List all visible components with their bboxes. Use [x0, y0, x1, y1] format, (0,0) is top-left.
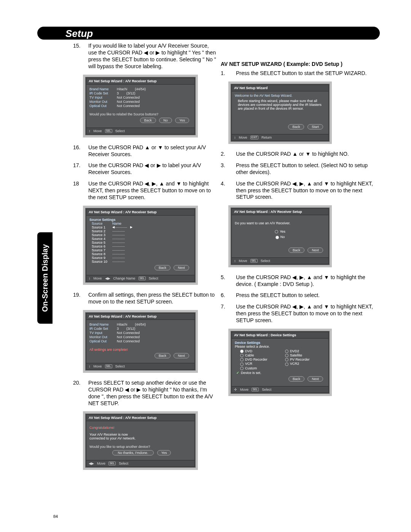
page-number: 84: [53, 514, 58, 519]
radio-icon: [276, 236, 279, 239]
osd-screenshot-device-settings: AV Net Setup Wizard : Device Settings De…: [228, 329, 332, 396]
osd-back-button[interactable]: Back: [288, 376, 304, 382]
rstep-1: 1.Press the SELECT button to start the S…: [221, 70, 375, 77]
right-header: AV NET SETUP WIZARD ( Example: DVD Setup…: [221, 61, 375, 67]
osd-title: AV Net Setup Wizard : A/V Receiver Setup: [232, 209, 328, 215]
osd-screenshot-welcome: AV Net Setup Wizard Welcome to the AV Ne…: [228, 81, 332, 144]
step-18: 18Use the CURSOR PAD ◀, ▶, ▲ and ▼ to hi…: [73, 181, 218, 201]
osd-title: AV Net Setup Wizard : A/V Receiver Setup: [86, 415, 194, 421]
osd-title: AV Net Setup Wizard : A/V Receiver Setup: [86, 313, 194, 320]
rstep-4: 4.Use the CURSOR PAD ◀, ▶, ▲ and ▼ to hi…: [221, 181, 375, 201]
osd-next-button[interactable]: Next: [174, 353, 189, 358]
step-20: 20.Press SELECT to setup another device …: [73, 380, 218, 407]
rstep-7: 7.Use the CURSOR PAD ◀, ▶, ▲ and ▼ to hi…: [221, 304, 375, 324]
osd-next-button[interactable]: Next: [307, 248, 323, 253]
osd-start-button[interactable]: Start: [307, 124, 323, 129]
osd-screenshot-use-avr: AV Net Setup Wizard : A/V Receiver Setup…: [228, 205, 332, 267]
osd-title: AV Net Setup Wizard : A/V Receiver Setup: [86, 209, 194, 216]
step-17: 17.Use the CURSOR PAD ◀ or ▶ to label yo…: [73, 162, 218, 176]
osd-screenshot-relabel: AV Net Setup Wizard : A/V Receiver Setup…: [83, 75, 198, 137]
osd-title: AV Net Setup Wizard : Device Settings: [232, 332, 328, 339]
osd-no-button[interactable]: No: [159, 118, 172, 123]
step-19: 19.Confirm all settings, then press the …: [73, 292, 218, 305]
osd-yes-button[interactable]: Yes: [175, 118, 189, 123]
osd-title: AV Net Setup Wizard : A/V Receiver Setup: [86, 78, 194, 85]
osd-no-thanks-button[interactable]: No thanks, I'mdone.: [112, 450, 154, 455]
side-tab-text: On-Screen Display: [37, 232, 53, 324]
osd-back-button[interactable]: Back: [155, 265, 170, 270]
radio-icon: [275, 230, 278, 233]
step-16: 16.Use the CURSOR PAD ▲ or ▼ to select y…: [73, 144, 218, 158]
rstep-2: 2.Use the CURSOR PAD ▲ or ▼ to highlight…: [221, 151, 375, 158]
radio-icon: [240, 350, 244, 353]
osd-screenshot-sources: AV Net Setup Wizard : A/V Receiver Setup…: [83, 206, 198, 285]
osd-title: AV Net Setup Wizard: [232, 85, 328, 91]
side-tab: On-Screen Display: [37, 232, 53, 324]
rstep-3: 3.Press the SELECT button to select. (Se…: [221, 162, 375, 176]
osd-back-button[interactable]: Back: [288, 124, 304, 129]
radio-icon: [240, 367, 244, 370]
osd-screenshot-congrats: AV Net Setup Wizard : A/V Receiver Setup…: [83, 411, 198, 470]
osd-back-button[interactable]: Back: [155, 353, 170, 358]
check-icon: ✓: [236, 371, 239, 375]
radio-icon: [240, 358, 244, 361]
radio-icon: [285, 363, 288, 366]
osd-next-button[interactable]: Next: [307, 376, 323, 382]
step-15: 15.If you would like to label your A/V R…: [73, 43, 218, 70]
radio-icon: [240, 354, 244, 357]
rstep-6: 6.Press the SELECT button to select.: [221, 292, 375, 299]
osd-next-button[interactable]: Next: [174, 265, 189, 270]
page-header-text: Setup: [65, 28, 93, 40]
radio-icon: [240, 363, 244, 366]
osd-screenshot-complete: AV Net Setup Wizard : A/V Receiver Setup…: [83, 310, 198, 373]
osd-back-button[interactable]: Back: [288, 248, 304, 253]
radio-icon: [285, 354, 288, 357]
rstep-5: 5.Use the CURSOR PAD ◀, ▶, ▲ and ▼ to hi…: [221, 274, 375, 288]
radio-icon: [285, 358, 288, 361]
page-header: Setup: [37, 27, 380, 40]
osd-yes-button[interactable]: Yes: [157, 450, 171, 455]
radio-icon: [285, 350, 288, 353]
osd-back-button[interactable]: Back: [140, 118, 156, 123]
